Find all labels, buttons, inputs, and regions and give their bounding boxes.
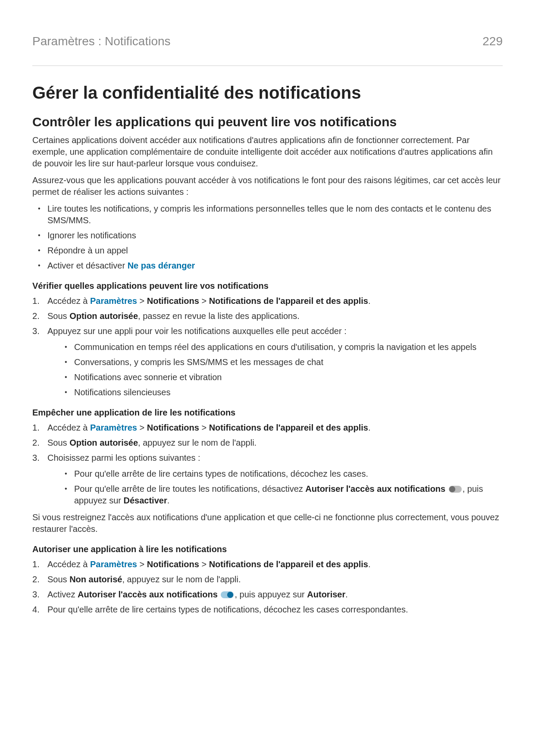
list-item: Communication en temps réel des applicat… bbox=[74, 341, 503, 353]
paragraph: Certaines applications doivent accéder a… bbox=[32, 134, 503, 169]
link-settings[interactable]: Paramètres bbox=[90, 423, 137, 432]
text: . bbox=[368, 559, 371, 569]
text: Accédez à bbox=[47, 559, 90, 569]
text: , puis appuyez sur bbox=[235, 590, 307, 599]
list-item: Activer et désactiver Ne pas déranger bbox=[47, 260, 503, 272]
nav-device-app: Notifications de l'appareil et des appli… bbox=[209, 296, 368, 306]
bullet-list: Pour qu'elle arrête de lire certains typ… bbox=[47, 468, 503, 506]
text: , passez en revue la liste des applicati… bbox=[138, 311, 300, 321]
text: > bbox=[199, 423, 209, 432]
list-item: Appuyez sur une appli pour voir les noti… bbox=[32, 325, 503, 398]
toggle-on-icon bbox=[221, 591, 234, 598]
text: Activez bbox=[47, 590, 78, 599]
nav-notifications: Notifications bbox=[147, 559, 199, 569]
text: Sous bbox=[47, 575, 69, 584]
list-item: Lire toutes les notifications, y compris… bbox=[47, 203, 503, 226]
text: Accédez à bbox=[47, 423, 90, 432]
list-item: Sous Non autorisé, appuyez sur le nom de… bbox=[32, 574, 503, 585]
bold-text: Option autorisée bbox=[69, 438, 138, 447]
ordered-steps: Accédez à Paramètres > Notifications > N… bbox=[32, 422, 503, 506]
nav-notifications: Notifications bbox=[147, 296, 199, 306]
text: > bbox=[137, 296, 147, 306]
text: Sous bbox=[47, 438, 69, 447]
subsection-heading: Empêcher une application de lire les not… bbox=[32, 408, 503, 418]
text: , appuyez sur le nom de l'appli. bbox=[138, 438, 257, 447]
bullet-list: Communication en temps réel des applicat… bbox=[47, 341, 503, 398]
bold-text: Autoriser bbox=[307, 590, 345, 599]
list-item: Sous Option autorisée, appuyez sur le no… bbox=[32, 437, 503, 449]
ordered-steps: Accédez à Paramètres > Notifications > N… bbox=[32, 559, 503, 615]
list-item: Notifications avec sonnerie et vibration bbox=[74, 372, 503, 383]
bold-text: Non autorisé bbox=[69, 575, 122, 584]
list-item: Pour qu'elle arrête de lire certains typ… bbox=[74, 468, 503, 480]
text: Appuyez sur une appli pour voir les noti… bbox=[47, 326, 347, 336]
text: Choisissez parmi les options suivantes : bbox=[47, 453, 200, 462]
text: Accédez à bbox=[47, 296, 90, 306]
breadcrumb: Paramètres : Notifications bbox=[32, 34, 171, 48]
list-item: Accédez à Paramètres > Notifications > N… bbox=[32, 422, 503, 434]
link-dnd[interactable]: Ne pas déranger bbox=[128, 261, 195, 270]
text: > bbox=[199, 559, 209, 569]
link-settings[interactable]: Paramètres bbox=[90, 559, 137, 569]
text: > bbox=[137, 559, 147, 569]
list-item: Ignorer les notifications bbox=[47, 230, 503, 241]
list-item: Pour qu'elle arrête de lire certains typ… bbox=[32, 604, 503, 615]
text: . bbox=[368, 423, 371, 432]
list-item: Choisissez parmi les options suivantes :… bbox=[32, 452, 503, 506]
text: . bbox=[368, 296, 371, 306]
list-item: Accédez à Paramètres > Notifications > N… bbox=[32, 559, 503, 570]
toggle-off-icon bbox=[449, 486, 462, 493]
text: Activer et désactiver bbox=[47, 261, 128, 270]
list-item: Conversations, y compris les SMS/MMS et … bbox=[74, 356, 503, 368]
page-number: 229 bbox=[482, 34, 503, 48]
page-title: Gérer la confidentialité des notificatio… bbox=[32, 83, 503, 103]
text: . bbox=[167, 496, 170, 505]
page: Paramètres : Notifications 229 Gérer la … bbox=[0, 0, 535, 756]
list-item: Sous Option autorisée, passez en revue l… bbox=[32, 310, 503, 322]
text: Sous bbox=[47, 311, 69, 321]
list-item: Accédez à Paramètres > Notifications > N… bbox=[32, 295, 503, 307]
text: > bbox=[199, 296, 209, 306]
text: Pour qu'elle arrête de lire toutes les n… bbox=[74, 484, 305, 494]
bold-text: Autoriser l'accès aux notifications bbox=[78, 590, 218, 599]
link-settings[interactable]: Paramètres bbox=[90, 296, 137, 306]
page-header: Paramètres : Notifications 229 bbox=[32, 34, 503, 48]
bold-text: Autoriser l'accès aux notifications bbox=[305, 484, 445, 494]
text: . bbox=[345, 590, 348, 599]
bullet-list: Lire toutes les notifications, y compris… bbox=[32, 203, 503, 272]
ordered-steps: Accédez à Paramètres > Notifications > N… bbox=[32, 295, 503, 398]
subsection-heading: Vérifier quelles applications peuvent li… bbox=[32, 281, 503, 291]
nav-notifications: Notifications bbox=[147, 423, 199, 432]
nav-device-app: Notifications de l'appareil et des appli… bbox=[209, 423, 368, 432]
section-heading: Contrôler les applications qui peuvent l… bbox=[32, 115, 503, 129]
list-item: Notifications silencieuses bbox=[74, 387, 503, 398]
paragraph: Si vous restreignez l'accès aux notifica… bbox=[32, 512, 503, 535]
paragraph: Assurez-vous que les applications pouvan… bbox=[32, 175, 503, 198]
list-item: Pour qu'elle arrête de lire toutes les n… bbox=[74, 483, 503, 506]
subsection-heading: Autoriser une application à lire les not… bbox=[32, 544, 503, 554]
text: , appuyez sur le nom de l'appli. bbox=[122, 575, 241, 584]
list-item: Activez Autoriser l'accès aux notificati… bbox=[32, 589, 503, 600]
text: > bbox=[137, 423, 147, 432]
list-item: Répondre à un appel bbox=[47, 245, 503, 256]
bold-text: Désactiver bbox=[124, 496, 167, 505]
nav-device-app: Notifications de l'appareil et des appli… bbox=[209, 559, 368, 569]
header-rule bbox=[32, 66, 503, 66]
bold-text: Option autorisée bbox=[69, 311, 138, 321]
